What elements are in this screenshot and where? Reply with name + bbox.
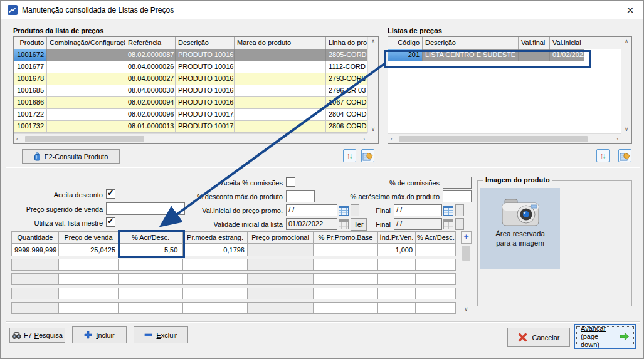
cell-acr-desc[interactable]: 5,50-: [118, 244, 183, 256]
col-descricao-lista[interactable]: Descrição: [423, 37, 519, 49]
product-row[interactable]: 1001685 08.04.0000030 PRODUTO 1001685 27…: [14, 85, 367, 97]
image-placeholder[interactable]: Área reservada para a imagem: [480, 188, 560, 269]
product-lookup-icon: [34, 152, 41, 161]
calendar-icon[interactable]: [339, 204, 349, 217]
hand-grid-icon: [362, 150, 373, 161]
col-pr-promo-base[interactable]: % Pr.Promo.Base: [313, 231, 378, 244]
scroll-down-icon[interactable]: ∨: [371, 125, 376, 133]
col-ind-pr-ven[interactable]: Índ.Pr.Ven.: [377, 231, 416, 244]
cell-ind-pr-ven[interactable]: 1,000: [377, 244, 416, 256]
desconto-max-label: % desconto máx.do produto: [157, 193, 283, 200]
scroll-down-icon[interactable]: ∨: [464, 304, 468, 313]
scroll-left-icon[interactable]: ‹: [391, 135, 393, 143]
avancar-button[interactable]: Avançar (page down): [574, 324, 636, 349]
price-list-row-selected[interactable]: 201 LISTA CENTRO E SUDESTE 01/02/2022: [388, 49, 621, 61]
col-preco-promocional[interactable]: Preço promocional: [247, 231, 314, 244]
col-moeda-estrang[interactable]: Pr.moeda estrang.: [182, 231, 248, 244]
final-promo-field[interactable]: / /: [394, 204, 442, 216]
aceita-desconto-checkbox[interactable]: ✓: [106, 189, 115, 199]
col-descricao[interactable]: Descrição: [176, 37, 235, 49]
val-inicial-promo-field[interactable]: / /: [286, 204, 337, 216]
scrollbar-thumb[interactable]: [25, 136, 144, 142]
grid-select-button[interactable]: [618, 149, 631, 162]
validade-inicial-field[interactable]: 01/02/2022: [286, 218, 337, 230]
calendar-disabled-icon: [443, 218, 453, 231]
scroll-left-icon[interactable]: ‹: [16, 135, 18, 143]
price-grid-empty-row: [11, 273, 455, 285]
price-grid-empty-row: [11, 302, 455, 314]
col-filler: [584, 37, 621, 49]
product-row[interactable]: 1001686 08.02.0000094 PRODUTO 1001686 10…: [14, 97, 367, 109]
scroll-right-icon[interactable]: ›: [616, 135, 618, 143]
scrollbar-corner: [621, 133, 631, 143]
aceita-comissoes-checkbox[interactable]: [286, 177, 295, 187]
calendar-icon[interactable]: [443, 204, 453, 217]
cancelar-button[interactable]: Cancelar: [507, 328, 570, 347]
product-row[interactable]: 1001732 08.01.0000013 PRODUTO 1001732 28…: [14, 121, 367, 133]
aceita-desconto-label: Aceita desconto: [13, 191, 103, 199]
col-acr-desc[interactable]: % Acr/Desc.: [118, 231, 183, 244]
col-acr-desc-2[interactable]: % Acr/Desc.: [415, 231, 456, 244]
product-row-selected[interactable]: 1001672 08.02.0000087 PRODUTO 1001672 28…: [14, 49, 367, 61]
col-produto[interactable]: Produto: [14, 37, 47, 49]
calendar-disabled-icon: [339, 218, 349, 231]
col-combinacao[interactable]: Combinação/Configuração: [47, 37, 125, 49]
image-placeholder-text-1: Área reservada: [480, 229, 560, 239]
product-row[interactable]: 1001722 08.02.0000096 PRODUTO 1001722 28…: [14, 109, 367, 121]
final-lista-field: / /: [394, 218, 442, 230]
add-row-button[interactable]: +: [461, 231, 472, 244]
col-marca[interactable]: Marca do produto: [235, 37, 326, 49]
col-codigo[interactable]: Código: [388, 37, 423, 49]
scroll-up-icon[interactable]: ∧: [371, 37, 376, 46]
products-horizontal-scrollbar[interactable]: ‹ ›: [14, 133, 367, 143]
acrescimo-max-field[interactable]: [443, 190, 472, 202]
preco-sugerido-label: Preço sugerido de venda: [13, 206, 103, 213]
incluir-label: Incluir: [96, 331, 114, 339]
close-icon[interactable]: ×: [622, 2, 638, 18]
col-quantidade[interactable]: Quantidade: [11, 231, 59, 244]
desconto-max-field[interactable]: [286, 190, 315, 202]
cell-acr-desc-2[interactable]: [415, 244, 456, 256]
f2-consulta-produto-button[interactable]: F2-Consulta Produto: [22, 149, 120, 164]
utiliza-val-lista-mestre-checkbox[interactable]: ✓: [106, 217, 115, 227]
scroll-down-icon[interactable]: ∨: [625, 125, 629, 133]
excluir-button[interactable]: Excluir: [134, 326, 188, 343]
cancel-x-icon: [517, 332, 528, 343]
checkmark-icon: ✓: [107, 216, 114, 226]
col-preco-venda[interactable]: Preço de venda: [58, 231, 119, 244]
f2-button-label: F2-Consulta Produto: [45, 153, 108, 160]
cell-moeda-estrang[interactable]: 0,1796: [182, 244, 248, 256]
scroll-up-icon[interactable]: ∧: [625, 37, 629, 46]
date-spin-box[interactable]: [455, 204, 464, 216]
col-val-inicial[interactable]: Val.inicial: [550, 37, 584, 49]
camera-icon: [500, 197, 541, 228]
final-promo-label: Final: [352, 207, 391, 214]
products-group-label: Produtos da lista de preços: [13, 27, 103, 34]
scrollbar-thumb[interactable]: [462, 246, 470, 261]
cell-quantidade[interactable]: 9999.999,999: [11, 244, 59, 256]
image-group-label: Imagem do produto: [483, 176, 552, 184]
sort-down-icon: ↓: [603, 152, 606, 160]
scroll-right-icon[interactable]: ›: [363, 135, 365, 143]
grid-select-button[interactable]: [361, 149, 374, 162]
incluir-button[interactable]: Incluir: [72, 326, 127, 343]
col-val-final[interactable]: Val.final: [519, 37, 550, 49]
grid-vertical-scrollbar[interactable]: ∨: [461, 244, 472, 314]
image-groupbox: Imagem do produto Área reservada para a …: [477, 180, 632, 306]
lists-table-header: Código Descrição Val.final Val.inicial: [388, 37, 621, 49]
cell-pr-promo-base[interactable]: [313, 244, 378, 256]
sort-order-button[interactable]: ↑ ↓: [343, 149, 356, 162]
scrollbar-thumb[interactable]: [399, 136, 588, 142]
f7-label: F7-Pesquisa: [24, 331, 63, 339]
product-row[interactable]: 1001677 08.04.0000026 PRODUTO 1001677 11…: [14, 61, 367, 73]
sort-order-button[interactable]: ↑ ↓: [596, 149, 610, 162]
products-vertical-scrollbar[interactable]: ∧ ∨: [367, 37, 378, 133]
f7-pesquisa-button[interactable]: F7-Pesquisa: [9, 328, 65, 343]
col-referencia[interactable]: Referência: [125, 37, 176, 49]
col-linha[interactable]: Linha do pro: [326, 37, 367, 49]
product-row[interactable]: 1001678 08.04.0000027 PRODUTO 1001678 27…: [14, 73, 367, 85]
cell-preco-venda[interactable]: 25,0425: [58, 244, 119, 256]
lists-horizontal-scrollbar[interactable]: ‹ ›: [388, 133, 621, 143]
lists-vertical-scrollbar[interactable]: ∧ ∨: [621, 37, 631, 133]
dialog-manutencao-listas-precos: Manutenção consolidada de Listas de Preç…: [0, 0, 644, 359]
